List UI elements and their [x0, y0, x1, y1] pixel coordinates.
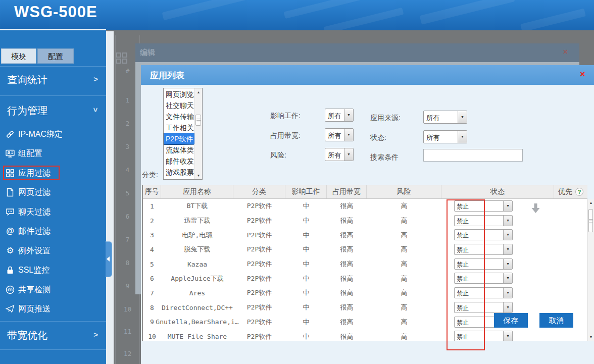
table-row[interactable]: 7 Ares P2P软件 中 很高 高 禁止 [143, 286, 587, 300]
sidebar-item-label: 共享检测 [18, 285, 51, 295]
scroll-down-icon[interactable]: ▼ [195, 172, 202, 179]
status-select[interactable]: 禁止 [454, 244, 513, 255]
wsg-500e-screen: WSG-500E 模块 配置 查询统计 行为管理 IP-MAC绑定 [0, 0, 594, 364]
risk-filter-select[interactable]: 所有 [325, 148, 354, 161]
category-option[interactable]: 游戏股票 [164, 167, 194, 178]
table-scrollbar[interactable]: ▲ ▼ [587, 199, 594, 341]
search-label: 搜索条件 [370, 153, 399, 162]
sidebar-item-app-filter[interactable]: 应用过滤 [0, 164, 106, 183]
cell-bandwidth: 很高 [327, 242, 367, 257]
cell-bandwidth: 很高 [327, 315, 367, 330]
table-row[interactable]: 2 迅雷下载 P2P软件 中 很高 高 禁止 [143, 214, 587, 228]
category-option[interactable]: 流媒体类 [164, 144, 194, 155]
selected-value: 所有 [426, 133, 439, 142]
sidebar-item-share-detect[interactable]: 共享检测 [0, 280, 106, 299]
cell-priority [554, 228, 587, 242]
scroll-up-icon[interactable]: ▲ [588, 199, 594, 206]
dropdown-arrow-icon[interactable] [344, 129, 353, 141]
selected-value: 所有 [426, 114, 439, 123]
category-option[interactable]: 网页浏览 [164, 89, 194, 100]
sidebar-item-group-config[interactable]: 组配置 [0, 144, 106, 163]
status-select[interactable]: 禁止 [454, 229, 513, 240]
dropdown-arrow-icon[interactable] [503, 331, 512, 341]
sidebar-item-web-push[interactable]: 网页推送 [0, 299, 106, 319]
dropdown-arrow-icon[interactable] [503, 288, 512, 298]
col-header-status: 状态 [441, 185, 554, 198]
category-option[interactable]: 文件传输 [164, 111, 194, 122]
table-row[interactable]: 3 电驴,电骡 P2P软件 中 很高 高 禁止 [143, 228, 587, 242]
dropdown-arrow-icon[interactable] [503, 259, 512, 269]
source-filter-select[interactable]: 所有 [423, 111, 467, 124]
scrollbar-thumb[interactable] [195, 115, 201, 126]
dropdown-arrow-icon[interactable] [344, 109, 353, 121]
close-icon[interactable] [580, 69, 585, 80]
sidebar-item-web-filter[interactable]: 网页过滤 [0, 183, 106, 202]
status-filter-select[interactable]: 所有 [423, 130, 467, 143]
tab-config[interactable]: 配置 [37, 48, 74, 64]
sidebar-item-exception-settings[interactable]: ⚙ 例外设置 [0, 241, 106, 261]
cell-name: MUTE File Share [161, 329, 233, 341]
dropdown-arrow-icon[interactable] [503, 302, 512, 313]
sidebar-section-bandwidth-opt[interactable]: 带宽优化 [0, 321, 106, 348]
table-row[interactable]: 1 BT下载 P2P软件 中 很高 高 禁止 [143, 199, 587, 214]
selected-value: 禁止 [457, 246, 469, 254]
status-select[interactable]: 禁止 [454, 258, 513, 270]
sidebar-item-ssl-monitor[interactable]: SSL监控 [0, 261, 106, 280]
status-select[interactable]: 禁止 [454, 273, 513, 284]
sidebar-item-mail-filter[interactable]: @ 邮件过滤 [0, 222, 106, 241]
cell-bandwidth: 很高 [327, 228, 367, 242]
dropdown-arrow-icon[interactable] [344, 148, 353, 161]
sidebar-item-ip-mac[interactable]: IP-MAC绑定 [0, 125, 106, 144]
tab-module[interactable]: 模块 [1, 48, 36, 64]
dropdown-arrow-icon[interactable] [458, 131, 467, 143]
selected-value: 所有 [328, 151, 341, 160]
move-down-icon[interactable] [531, 203, 540, 215]
sidebar-collapse-handle[interactable] [106, 241, 112, 277]
selected-value: 禁止 [457, 289, 469, 298]
sidebar-item-chat-filter[interactable]: 聊天过滤 [0, 202, 106, 222]
cell-impact: 中 [285, 199, 327, 214]
web-filter-icon [5, 187, 15, 197]
close-icon[interactable] [563, 47, 568, 57]
status-select[interactable]: 禁止 [454, 287, 513, 298]
scroll-up-icon[interactable]: ▲ [195, 88, 202, 96]
category-option[interactable]: 邮件收发 [164, 155, 194, 167]
category-option-selected[interactable]: P2P软件 [164, 133, 194, 144]
status-select[interactable]: 禁止 [454, 331, 513, 341]
category-option[interactable]: 社交聊天 [164, 100, 194, 111]
app-list-dialog-header[interactable]: 应用列表 [141, 65, 594, 85]
impact-filter-select[interactable]: 所有 [325, 109, 354, 122]
dropdown-arrow-icon[interactable] [503, 244, 512, 254]
dropdown-arrow-icon[interactable] [503, 201, 512, 211]
dropdown-arrow-icon[interactable] [503, 216, 512, 226]
table-row[interactable]: 5 Kazaa P2P软件 中 很高 高 禁止 [143, 257, 587, 272]
edit-dialog-header[interactable]: 编辑 [135, 43, 579, 62]
source-filter-label: 应用来源: [370, 114, 401, 123]
table-row[interactable]: 10 MUTE File Share P2P软件 中 很高 高 禁止 [143, 329, 587, 341]
scrollbar-thumb[interactable] [588, 209, 593, 232]
table-row[interactable]: 4 脱兔下载 P2P软件 中 很高 高 禁止 [143, 242, 587, 257]
scroll-down-icon[interactable]: ▼ [588, 334, 594, 341]
selected-value: 所有 [328, 131, 341, 140]
dimmed-row-label: 12 [115, 350, 140, 360]
status-select[interactable]: 禁止 [454, 200, 513, 212]
table-row[interactable]: 6 AppleJuice下载 P2P软件 中 很高 高 禁止 [143, 271, 587, 286]
sidebar-section-query-stats[interactable]: 查询统计 [0, 66, 106, 92]
status-select[interactable]: 禁止 [454, 215, 513, 226]
cell-bandwidth: 很高 [327, 300, 367, 315]
dropdown-arrow-icon[interactable] [503, 273, 512, 283]
help-icon[interactable]: ? [575, 188, 583, 196]
save-button[interactable]: 保存 [494, 313, 528, 328]
status-select[interactable]: 禁止 [454, 302, 513, 313]
sidebar-section-behavior-mgmt[interactable]: 行为管理 [0, 95, 106, 125]
bandwidth-filter-select[interactable]: 所有 [325, 128, 354, 141]
cell-risk: 高 [367, 214, 441, 228]
category-option[interactable]: 工作相关 [164, 122, 194, 133]
search-input[interactable] [423, 149, 523, 162]
sidebar-section-user-auth[interactable]: 用户认证 [0, 349, 106, 364]
dropdown-arrow-icon[interactable] [503, 230, 512, 240]
cancel-button[interactable]: 取消 [539, 313, 573, 328]
listbox-scrollbar[interactable]: ▲ ▼ [194, 88, 202, 179]
cell-status: 禁止 [441, 214, 554, 228]
dropdown-arrow-icon[interactable] [458, 111, 467, 123]
